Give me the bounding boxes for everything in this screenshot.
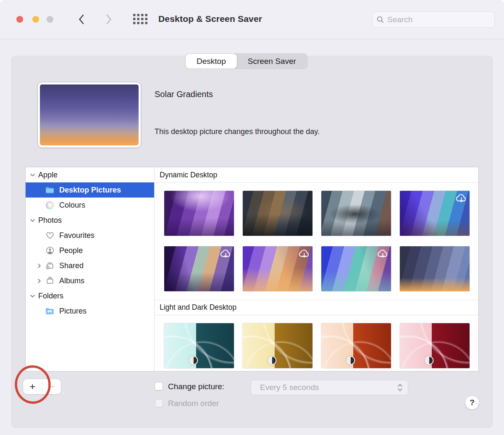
sidebar-item-apple[interactable]: Apple <box>26 167 154 182</box>
sidebar-item-colours[interactable]: Colours <box>26 198 154 213</box>
sidebar-item-desktop-pictures[interactable]: Desktop Pictures <box>26 182 154 198</box>
chevron-down-icon[interactable] <box>30 293 35 299</box>
search-input[interactable] <box>387 15 490 24</box>
light-dark-toggle-icon <box>346 356 355 365</box>
tile-art-layer <box>400 246 470 291</box>
sidebar-item-label: Favourites <box>59 231 94 240</box>
close-window-button[interactable] <box>16 16 23 23</box>
current-wallpaper-preview <box>38 82 141 148</box>
wallpaper-description: This desktop picture changes throughout … <box>155 127 320 136</box>
remove-folder-button[interactable]: − <box>42 379 61 394</box>
add-folder-button[interactable]: + <box>23 379 42 394</box>
zoom-window-button[interactable] <box>47 16 53 23</box>
sidebar-item-label: People <box>59 246 83 255</box>
show-all-preferences-button[interactable] <box>132 13 149 26</box>
grid-icon <box>133 14 148 25</box>
help-button[interactable]: ? <box>465 395 479 410</box>
sidebar-item-pictures[interactable]: Pictures <box>26 303 154 319</box>
sidebar-item-favourites[interactable]: Favourites <box>26 228 154 243</box>
tab-screen-saver[interactable]: Screen Saver <box>237 54 307 69</box>
colours-icon <box>45 201 54 209</box>
heart-icon <box>45 232 54 240</box>
wallpaper-name: Solar Gradients <box>155 90 213 99</box>
chevron-right-icon[interactable] <box>37 263 42 269</box>
titlebar: Desktop & Screen Saver <box>0 0 504 39</box>
tab-bar: DesktopScreen Saver <box>185 53 307 69</box>
tab-desktop[interactable]: Desktop <box>186 54 237 69</box>
wallpaper-tile-desert-art[interactable] <box>243 246 312 291</box>
wallpaper-tile-orange[interactable] <box>321 323 391 368</box>
sidebar-item-albums[interactable]: Albums <box>26 273 154 288</box>
wallpaper-browser: AppleDesktop PicturesColoursPhotosFavour… <box>25 167 479 372</box>
tile-grid <box>155 315 479 371</box>
source-sidebar: AppleDesktop PicturesColoursPhotosFavour… <box>26 167 155 371</box>
chevron-right-icon <box>106 14 112 24</box>
tile-art-layer <box>243 323 312 368</box>
sidebar-item-label: Photos <box>38 216 62 225</box>
shared-icon <box>45 262 54 270</box>
cloud-download-icon <box>298 248 310 260</box>
wallpaper-gallery: Dynamic DesktopLight and Dark Desktop <box>155 167 479 371</box>
folder-icon <box>45 186 54 194</box>
albums-icon <box>45 277 54 285</box>
wallpaper-tile-solar-gradient[interactable] <box>400 246 470 291</box>
chevron-right-icon[interactable] <box>37 278 42 284</box>
sidebar-item-label: Apple <box>38 171 58 179</box>
tile-art-layer <box>164 323 234 368</box>
window-title: Desktop & Screen Saver <box>158 14 262 24</box>
light-dark-toggle-icon <box>189 356 198 365</box>
forward-button[interactable] <box>102 13 115 26</box>
minimize-window-button[interactable] <box>32 16 39 23</box>
cloud-download-icon <box>455 192 467 205</box>
tile-art-layer <box>400 323 470 368</box>
stepper-icon <box>397 383 403 392</box>
interval-select: Every 5 seconds <box>251 380 408 395</box>
light-dark-toggle-icon <box>268 356 276 365</box>
cloud-download-icon <box>377 248 389 260</box>
change-picture-checkbox[interactable] <box>155 382 163 390</box>
desktop-screen-saver-window: Desktop & Screen Saver DesktopScreen Sav… <box>0 0 504 435</box>
search-field[interactable] <box>372 11 495 28</box>
sidebar-item-shared[interactable]: Shared <box>26 258 154 273</box>
change-picture-label: Change picture: <box>168 382 224 391</box>
tile-art-layer <box>321 323 391 368</box>
sidebar-item-people[interactable]: People <box>26 243 154 258</box>
wallpaper-tile-island-photo[interactable] <box>321 191 391 236</box>
sidebar-item-label: Shared <box>59 261 84 270</box>
interval-value: Every 5 seconds <box>260 383 397 392</box>
section-header-light-and-dark-desktop: Light and Dark Desktop <box>155 300 479 315</box>
section-header-dynamic-desktop: Dynamic Desktop <box>155 167 479 183</box>
wallpaper-tile-teal[interactable] <box>164 323 234 368</box>
back-button[interactable] <box>75 13 87 26</box>
sidebar-item-label: Colours <box>59 201 85 210</box>
tile-grid <box>155 183 479 300</box>
chevron-left-icon <box>78 14 84 24</box>
pictures-folder-icon <box>45 307 54 315</box>
add-remove-group: + − <box>23 379 61 394</box>
chevron-down-icon[interactable] <box>30 172 35 178</box>
wallpaper-tile-beach-art[interactable] <box>321 246 391 291</box>
sidebar-item-photos[interactable]: Photos <box>26 213 154 228</box>
wallpaper-tile-red[interactable] <box>400 323 470 368</box>
search-icon <box>377 16 384 24</box>
cloud-download-icon <box>220 248 232 260</box>
sidebar-item-label: Albums <box>59 277 84 285</box>
sidebar-item-folders[interactable]: Folders <box>26 288 154 303</box>
sidebar-item-label: Desktop Pictures <box>59 186 121 195</box>
sidebar-item-label: Pictures <box>59 307 87 316</box>
tile-art-layer <box>321 191 391 236</box>
sidebar-item-label: Folders <box>38 292 63 301</box>
random-order-checkbox <box>155 399 163 407</box>
chevron-down-icon[interactable] <box>30 218 35 223</box>
wallpaper-tile-purple-waves[interactable] <box>164 191 234 236</box>
random-order-label: Random order <box>168 399 219 408</box>
wallpaper-tile-coast-photo[interactable] <box>243 191 312 236</box>
people-icon <box>45 247 54 255</box>
wallpaper-tile-yellow[interactable] <box>243 323 312 368</box>
tile-art-layer <box>243 191 312 236</box>
wallpaper-tile-coast-art[interactable] <box>400 191 470 236</box>
tile-art-layer <box>164 191 234 236</box>
wallpaper-tile-cliffs-art[interactable] <box>164 246 234 291</box>
light-dark-toggle-icon <box>425 356 433 365</box>
